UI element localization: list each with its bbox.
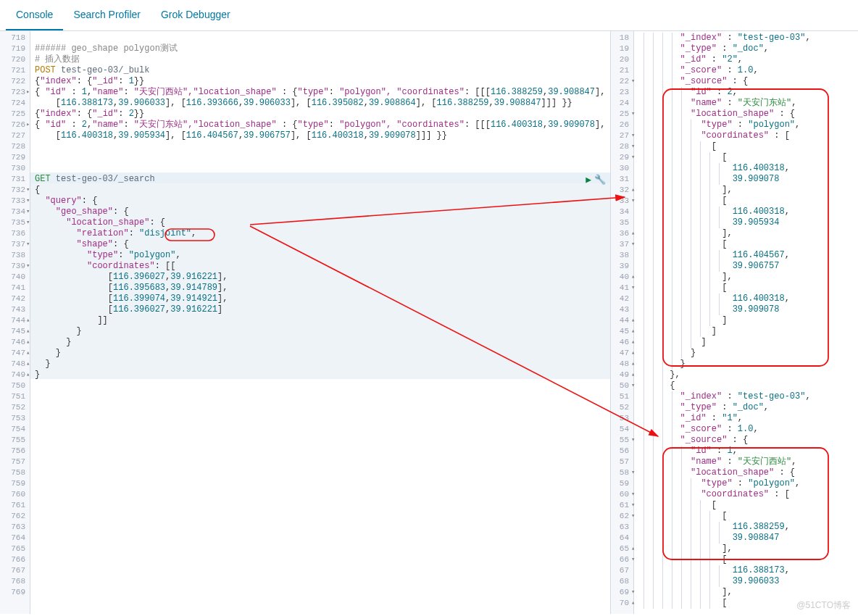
code-line: GET test-geo-03/_search▶🔧 — [35, 174, 610, 185]
code-line — [35, 152, 610, 163]
code-line: ▾ "_source" : { — [638, 435, 858, 446]
code-line — [35, 609, 610, 616]
code-line: {"index": {"_id": 1}} — [35, 76, 610, 87]
code-line — [35, 163, 610, 174]
request-pane: 7187197207217227237247257267277287297307… — [0, 31, 611, 614]
code-line — [35, 478, 610, 489]
code-line: "name" : "天安门东站", — [638, 98, 858, 109]
code-line: ▾ [ — [638, 196, 858, 207]
code-line: ▴ } — [638, 348, 858, 359]
code-line: [116.388173,39.906033], [116.393666,39.9… — [35, 98, 610, 109]
code-line: ▴ } — [35, 359, 610, 370]
code-line: {"index": {"_id": 2}} — [35, 109, 610, 120]
run-query-button[interactable]: ▶ — [586, 175, 591, 186]
code-line: ▾ [ — [638, 500, 858, 511]
code-line: "id" : 2, — [638, 87, 858, 98]
code-line — [35, 533, 610, 544]
code-line: 39.906033 — [638, 576, 858, 587]
code-line — [35, 141, 610, 152]
response-pane: 1819202122232425262728293031323334353637… — [611, 31, 858, 614]
code-line: "_index" : "test-geo-03", — [638, 391, 858, 402]
code-line — [35, 500, 610, 511]
code-line: "id" : 1, — [638, 446, 858, 457]
code-line: ▴ } — [638, 359, 858, 370]
code-line — [35, 576, 610, 587]
code-line: "_score" : 1.0, — [638, 424, 858, 435]
code-line: 116.400318, — [638, 207, 858, 217]
code-line: 116.388173, — [638, 565, 858, 576]
tab-console[interactable]: Console — [6, 0, 63, 30]
code-line: ▾ [ — [638, 239, 858, 250]
code-line: ▾ "_source" : { — [638, 76, 858, 87]
code-line: "_type" : "_doc", — [638, 402, 858, 413]
code-line: 116.400318, — [638, 163, 858, 174]
code-line: ▾ "query": { — [35, 196, 610, 207]
code-line — [35, 522, 610, 533]
code-line: ▾ "location_shape": { — [35, 217, 610, 228]
code-line: "_id" : "1", — [638, 413, 858, 424]
code-line: ▴ } — [35, 337, 610, 348]
code-line: ▴ } — [35, 348, 610, 359]
code-line: ▴ }, — [638, 370, 858, 380]
code-line — [35, 33, 610, 43]
code-line: "type": "polygon", — [35, 250, 610, 261]
code-line — [35, 467, 610, 478]
code-line: 116.388259, — [638, 522, 858, 533]
code-line — [35, 511, 610, 522]
code-line: ▴ ]] — [35, 315, 610, 326]
code-line: POST test-geo-03/_bulk — [35, 65, 610, 76]
code-line: "relation": "disjoint", — [35, 228, 610, 239]
code-line: ▴ ], — [638, 272, 858, 283]
code-line: ▸{ "id" : 1,"name": "天安门西站","location_sh… — [35, 87, 610, 98]
code-line: ▾ { — [638, 380, 858, 391]
code-line: ▾ [ — [638, 152, 858, 163]
code-line: [116.400318,39.905934], [116.404567,39.9… — [35, 130, 610, 141]
code-line — [35, 391, 610, 402]
code-line: ▴ } — [35, 326, 610, 337]
tab-grok-debugger[interactable]: Grok Debugger — [151, 0, 241, 30]
watermark: @51CTO博客 — [796, 599, 851, 612]
code-line: # 插入数据 — [35, 54, 610, 65]
code-line: 39.909078 — [638, 174, 858, 185]
code-line: [116.396027,39.916221], — [35, 272, 610, 283]
code-line: ▾ "shape": { — [35, 239, 610, 250]
code-line — [35, 424, 610, 435]
code-line — [35, 598, 610, 609]
code-line: "type" : "polygon", — [638, 120, 858, 130]
code-line: 39.905934 — [638, 217, 858, 228]
options-button[interactable]: 🔧 — [594, 175, 606, 186]
response-viewer[interactable]: "_index" : "test-geo-03", "_type" : "_do… — [634, 31, 858, 614]
code-line — [35, 380, 610, 391]
code-line: 116.404567, — [638, 250, 858, 261]
code-line: ▾{ — [35, 185, 610, 196]
code-line — [35, 587, 610, 598]
code-line: ▴ ], — [638, 228, 858, 239]
code-line: "_type" : "_doc", — [638, 43, 858, 54]
code-line: ▸{ "id" : 2,"name": "天安门东站","location_sh… — [35, 120, 610, 130]
code-line: ▴ ] — [638, 337, 858, 348]
request-editor[interactable]: ###### geo_shape polygon测试# 插入数据POST tes… — [30, 31, 610, 614]
code-line: ▾ [ — [638, 141, 858, 152]
code-line: ▴ ], — [638, 185, 858, 196]
code-line — [35, 435, 610, 446]
code-line: "name" : "天安门西站", — [638, 457, 858, 467]
code-line: ▾ "geo_shape": { — [35, 207, 610, 217]
code-line: ▾ "coordinates" : [ — [638, 130, 858, 141]
code-line: ▴ ], — [638, 544, 858, 554]
code-line: 39.908847 — [638, 533, 858, 544]
code-line: 39.906757 — [638, 261, 858, 272]
code-line: "_score" : 1.0, — [638, 65, 858, 76]
code-line: ▾ "coordinates" : [ — [638, 489, 858, 500]
tab-search-profiler[interactable]: Search Profiler — [63, 0, 151, 30]
code-line: [116.396027,39.916221] — [35, 304, 610, 315]
code-line: ▾ [ — [638, 511, 858, 522]
code-line: ▴ ] — [638, 315, 858, 326]
code-line — [35, 489, 610, 500]
code-line: ▴} — [35, 370, 610, 380]
code-line: "_id" : "2", — [638, 54, 858, 65]
code-line — [35, 554, 610, 565]
code-line: ▾ [ — [638, 283, 858, 294]
code-line: [116.399074,39.914921], — [35, 294, 610, 304]
code-line — [35, 446, 610, 457]
code-line — [35, 402, 610, 413]
